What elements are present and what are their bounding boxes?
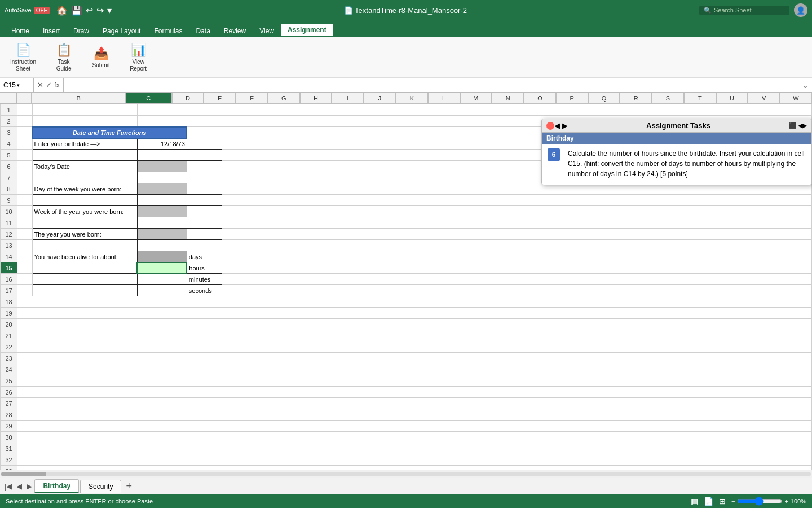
col-header-s[interactable]: S [652,93,684,104]
scroll-thumb[interactable] [1,472,46,476]
cell-a12[interactable] [17,229,33,240]
cell-c5[interactable] [137,150,187,161]
zoom-out-icon[interactable]: − [731,498,735,505]
sheet-nav-next[interactable]: ▶ [24,481,34,492]
cell-d9[interactable] [187,195,222,206]
cell-c14[interactable] [137,251,187,262]
tab-formulas[interactable]: Formulas [147,25,189,37]
cell-b12[interactable]: The year you were born: [32,229,137,240]
expand-formula-button[interactable]: ⌄ [798,81,812,90]
cell-c1[interactable] [137,104,187,116]
cell-c9[interactable] [137,195,187,206]
tab-review[interactable]: Review [217,25,253,37]
cell-d15[interactable]: hours [187,262,222,274]
cell-c16[interactable] [137,274,187,285]
cell-a15[interactable] [17,262,33,274]
cell-a6[interactable] [17,161,33,172]
col-header-p[interactable]: P [556,93,588,104]
cell-reference-box[interactable]: C15 ▾ [0,78,34,92]
cell-b17[interactable] [32,285,137,296]
cell-a13[interactable] [17,240,33,251]
cell-a7[interactable] [17,172,33,183]
cell-b9[interactable] [32,195,137,206]
cell-c2[interactable] [137,116,187,127]
tab-draw[interactable]: Draw [67,25,96,37]
more-icon[interactable]: ▾ [107,5,112,16]
save-icon[interactable]: 💾 [71,5,82,16]
cell-a2[interactable] [17,116,33,127]
cell-d1[interactable] [187,104,222,116]
col-header-q[interactable]: Q [588,93,620,104]
tab-view[interactable]: View [253,25,281,37]
cell-d6[interactable] [187,161,222,172]
col-header-v[interactable]: V [748,93,780,104]
normal-view-icon[interactable]: ▦ [691,497,698,506]
autosave-indicator[interactable]: AutoSave OFF [5,7,50,14]
col-header-g[interactable]: G [268,93,300,104]
col-header-w[interactable]: W [780,93,812,104]
cell-a9[interactable] [17,195,33,206]
zoom-in-icon[interactable]: + [784,498,788,505]
cell-d16[interactable]: minutes [187,274,222,285]
col-header-d[interactable]: D [172,93,204,104]
cell-a3[interactable] [17,127,33,138]
cell-d4[interactable] [187,138,222,150]
cell-b11[interactable] [32,217,137,229]
col-header-u[interactable]: U [716,93,748,104]
tab-data[interactable]: Data [189,25,217,37]
cell-b16[interactable] [32,274,137,285]
panel-prev-button[interactable]: ◀ [554,121,560,130]
cell-d17[interactable]: seconds [187,285,222,296]
cell-a4[interactable] [17,138,33,150]
cell-d10[interactable] [187,206,222,217]
cell-b10[interactable]: Week of the year you were born: [32,206,137,217]
home-icon[interactable]: 🏠 [56,5,68,16]
cell-c4[interactable]: 12/18/73 [137,138,187,150]
col-header-f[interactable]: F [236,93,268,104]
panel-close-button[interactable] [546,122,554,130]
cell-d3[interactable] [187,127,222,138]
col-header-t[interactable]: T [684,93,716,104]
cell-c13[interactable] [137,240,187,251]
cell-d12[interactable] [187,229,222,240]
cell-a1[interactable] [17,104,33,116]
search-box[interactable]: 🔍 Search Sheet [699,6,789,15]
panel-nav-right2[interactable]: ▶ [802,122,807,129]
cell-d14[interactable]: days [187,251,222,262]
tab-assignment[interactable]: Assignment [281,24,333,37]
cell-b14[interactable]: You have been alive for about: [32,251,137,262]
col-header-i[interactable]: I [332,93,364,104]
col-header-c[interactable]: C [125,93,172,104]
horizontal-scrollbar[interactable] [0,470,812,478]
col-header-m[interactable]: M [460,93,492,104]
cell-d8[interactable] [187,183,222,195]
col-header-h[interactable]: H [300,93,332,104]
col-header-k[interactable]: K [396,93,428,104]
undo-icon[interactable]: ↩ [86,5,93,16]
page-break-icon[interactable]: ⊞ [719,497,726,506]
page-layout-icon[interactable]: 📄 [704,497,713,506]
view-report-button[interactable]: 📊 ViewReport [124,41,152,75]
cell-c10[interactable] [137,206,187,217]
tab-home[interactable]: Home [5,25,36,37]
cell-c6[interactable] [137,161,187,172]
expand-cell-ref[interactable]: ▾ [17,82,20,88]
confirm-formula-icon[interactable]: ✓ [46,81,52,89]
cell-c15-active[interactable] [137,262,187,274]
cell-b7[interactable] [32,172,137,183]
redo-icon[interactable]: ↪ [96,5,104,16]
col-header-n[interactable]: N [492,93,524,104]
cell-b6[interactable]: Today's Date [32,161,137,172]
col-header-r[interactable]: R [620,93,652,104]
cell-d2[interactable] [187,116,222,127]
task-guide-button[interactable]: 📋 TaskGuide [50,41,78,75]
instruction-sheet-button[interactable]: 📄 InstructionSheet [6,41,41,75]
cell-b8[interactable]: Day of the week you were born: [32,183,137,195]
tab-security[interactable]: Security [80,480,121,493]
panel-nav-left2[interactable]: ◀ [798,122,802,129]
cell-b13[interactable] [32,240,137,251]
submit-button[interactable]: 📤 Submit [87,44,115,71]
cell-d5[interactable] [187,150,222,161]
cell-a16[interactable] [17,274,33,285]
cell-b4[interactable]: Enter your birthdate —> [32,138,137,150]
